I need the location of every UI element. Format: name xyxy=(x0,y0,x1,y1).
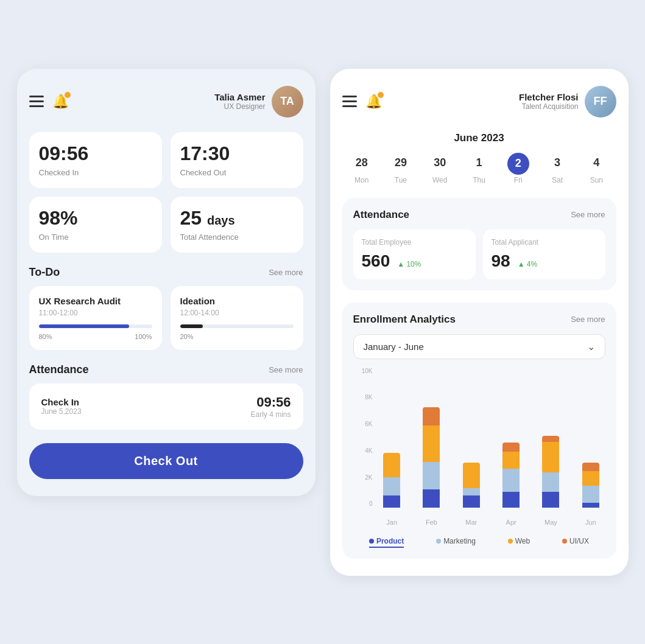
left-user-name: Talia Asmer xyxy=(214,92,265,102)
cal-day-tue: Tue xyxy=(381,175,420,186)
legend-dot-marketing xyxy=(436,539,441,544)
cal-date-28[interactable]: 28 xyxy=(342,153,381,175)
calendar-section: June 2023 28 29 30 1 2 3 4 Mon Tue Wed T… xyxy=(342,132,616,186)
total-employee-value-row: 560 ▲ 10% xyxy=(362,251,467,271)
enrollment-see-more[interactable]: See more xyxy=(571,315,605,324)
bar-blue-mar xyxy=(463,495,480,508)
bar-group-feb xyxy=(417,407,446,508)
legend-dot-product xyxy=(369,539,374,544)
bar-darkorange-feb xyxy=(423,407,440,425)
right-avatar: FF xyxy=(585,86,616,117)
legend-marketing[interactable]: Marketing xyxy=(436,537,476,548)
calendar-days-row: Mon Tue Wed Thu Fri Sat Sun xyxy=(342,175,616,186)
cal-date-1[interactable]: 1 xyxy=(459,153,498,175)
att-title: Attendance xyxy=(29,363,89,376)
calendar-dates-row: 28 29 30 1 2 3 4 xyxy=(342,153,616,175)
enrollment-title: Enrollment Analytics xyxy=(353,313,456,326)
attendance-right: 09:56 Early 4 mins xyxy=(250,394,291,419)
cal-date-2[interactable]: 2 xyxy=(507,153,529,175)
period-select[interactable]: January - June ⌄ xyxy=(353,334,605,359)
screen-wrapper: 🔔 Talia Asmer UX Designer TA 09:56 Check… xyxy=(17,69,629,576)
right-attendance-section: Attendance See more Total Employee 560 ▲… xyxy=(342,198,616,290)
on-time-value: 98% xyxy=(39,208,152,229)
checked-in-value: 09:56 xyxy=(39,143,152,164)
checkin-time: 09:56 xyxy=(250,394,291,410)
x-label-may: May xyxy=(537,519,565,526)
todo-title-2: Ideation xyxy=(180,296,294,306)
cal-day-thu: Thu xyxy=(459,175,498,186)
todo-progress-labels-2: 20% xyxy=(180,333,294,340)
left-panel: 🔔 Talia Asmer UX Designer TA 09:56 Check… xyxy=(17,69,315,496)
right-notification-bell[interactable]: 🔔 xyxy=(365,94,382,110)
right-att-see-more[interactable]: See more xyxy=(571,210,605,219)
checked-out-label: Checked Out xyxy=(180,168,294,177)
bar-group-jun xyxy=(576,463,605,508)
todo-progress-labels-1: 80% 100% xyxy=(39,333,152,340)
cal-date-4[interactable]: 4 xyxy=(577,153,616,175)
cal-day-mon: Mon xyxy=(342,175,381,186)
on-time-label: On Time xyxy=(39,233,152,242)
legend-uiux[interactable]: UI/UX xyxy=(562,537,589,548)
y-label-4k: 4K xyxy=(365,447,372,454)
left-avatar: TA xyxy=(272,86,303,117)
left-user-info: Talia Asmer UX Designer TA xyxy=(214,86,303,117)
hamburger-icon[interactable] xyxy=(29,96,44,107)
right-header: 🔔 Fletcher Flosi Talent Acquisition FF xyxy=(342,86,616,117)
stat-checked-in: 09:56 Checked In xyxy=(29,132,162,188)
bar-orange-jan xyxy=(383,453,400,477)
chart-x-labels: Jan Feb Mar Apr May Jun xyxy=(378,519,605,526)
stat-on-time: 98% On Time xyxy=(29,197,162,253)
att-see-more[interactable]: See more xyxy=(269,365,303,374)
total-employee-value: 560 xyxy=(362,251,390,271)
y-label-8k: 8K xyxy=(365,394,372,401)
bar-darkorange-jun xyxy=(582,463,599,471)
right-hamburger-icon[interactable] xyxy=(342,96,357,107)
todo-item-1: UX Research Audit 11:00-12:00 80% 100% xyxy=(29,286,162,350)
bar-orange-apr xyxy=(502,452,520,469)
cal-day-sat: Sat xyxy=(538,175,577,186)
bar-orange-jun xyxy=(582,471,599,486)
calendar-month: June 2023 xyxy=(342,132,616,144)
todo-title: To-Do xyxy=(29,266,60,279)
total-applicant-label: Total Applicant xyxy=(492,238,597,247)
checkout-button[interactable]: Check Out xyxy=(29,443,303,479)
legend-label-web: Web xyxy=(515,537,530,545)
stat-checked-out: 17:30 Checked Out xyxy=(171,132,303,188)
legend-dot-uiux xyxy=(562,539,567,544)
att-section-header: Attendance See more xyxy=(29,363,303,376)
cal-date-29[interactable]: 29 xyxy=(381,153,420,175)
cal-date-30[interactable]: 30 xyxy=(420,153,459,175)
right-notification-dot xyxy=(378,92,384,98)
checkin-label: Check In xyxy=(41,397,82,407)
right-user-details: Fletcher Flosi Talent Acquisition xyxy=(519,92,579,111)
left-header: 🔔 Talia Asmer UX Designer TA xyxy=(29,86,303,117)
checked-in-label: Checked In xyxy=(39,168,152,177)
total-att-label: Total Attendence xyxy=(180,233,294,242)
legend-product[interactable]: Product xyxy=(369,537,404,548)
legend-web[interactable]: Web xyxy=(508,537,530,548)
todo-item-2: Ideation 12:00-14:00 20% xyxy=(171,286,303,350)
notification-bell[interactable]: 🔔 xyxy=(52,94,69,110)
bar-orange-feb xyxy=(423,425,440,462)
total-applicant-value-row: 98 ▲ 4% xyxy=(492,251,597,271)
todo-see-more[interactable]: See more xyxy=(269,268,303,277)
right-user-role: Talent Acquisition xyxy=(519,102,579,111)
total-employee-change: ▲ 10% xyxy=(397,260,421,268)
y-label-10k: 10K xyxy=(362,368,373,374)
period-label: January - June xyxy=(364,341,424,352)
todo-min-label-1: 80% xyxy=(39,333,52,340)
enrollment-header: Enrollment Analytics See more xyxy=(353,313,605,326)
attendance-card: Check In June 5,2023 09:56 Early 4 mins xyxy=(29,383,303,430)
cal-date-3[interactable]: 3 xyxy=(538,153,577,175)
cal-day-wed: Wed xyxy=(420,175,459,186)
left-header-controls: 🔔 xyxy=(29,94,69,110)
todo-min-label-2: 20% xyxy=(180,333,194,340)
total-employee-label: Total Employee xyxy=(362,238,467,247)
bar-lightblue-mar xyxy=(463,488,480,495)
legend-label-uiux: UI/UX xyxy=(569,537,589,545)
y-label-0: 0 xyxy=(369,500,373,507)
x-label-feb: Feb xyxy=(417,519,446,526)
todo-title-1: UX Research Audit xyxy=(39,296,152,306)
chart-bars-area xyxy=(378,368,605,508)
todo-progress-bg-2 xyxy=(180,324,294,328)
